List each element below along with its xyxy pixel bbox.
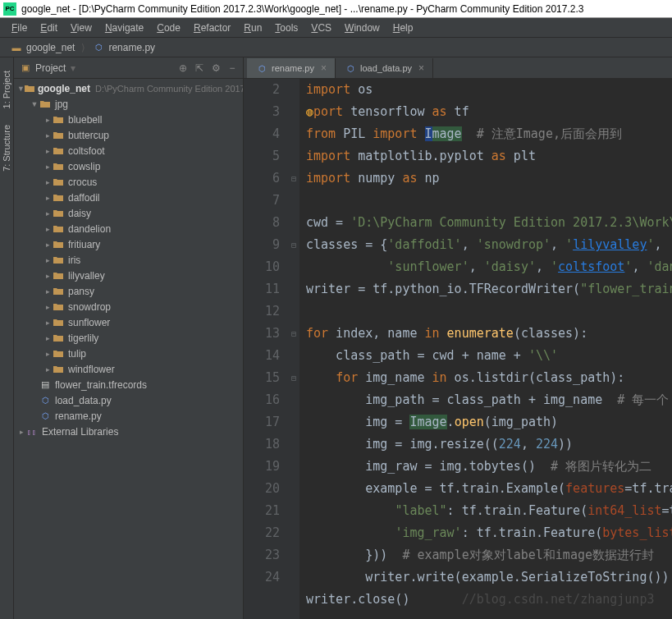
close-tab-icon[interactable]: ×: [418, 62, 424, 74]
menu-window[interactable]: Window: [338, 19, 386, 37]
breadcrumb-rename.py[interactable]: ⬡rename.py: [87, 40, 160, 55]
fold-toggle: [288, 500, 299, 522]
fold-toggle[interactable]: ⊟: [288, 234, 299, 256]
tree-arrow-icon[interactable]: ▼: [17, 85, 25, 93]
external-libraries[interactable]: ▸⫾⫾External Libraries: [14, 424, 243, 439]
menu-file[interactable]: File: [5, 19, 34, 37]
folder-icon: [52, 272, 65, 280]
folder-pansy[interactable]: ▸pansy: [14, 283, 243, 299]
tree-arrow-icon[interactable]: ▸: [43, 178, 52, 186]
tree-arrow-icon[interactable]: ▸: [43, 163, 52, 171]
tree-arrow-icon[interactable]: ▸: [43, 147, 52, 155]
menu-navigate[interactable]: Navigate: [98, 19, 150, 37]
fold-toggle[interactable]: ⊟: [288, 167, 299, 190]
rail-tab-project[interactable]: 1: Project: [0, 62, 13, 117]
folder-tulip[interactable]: ▸tulip: [14, 346, 243, 361]
tree-arrow-icon[interactable]: ▸: [43, 209, 52, 218]
tree-arrow-icon[interactable]: ▸: [43, 303, 52, 311]
folder-lilyvalley[interactable]: ▸lilyvalley: [14, 268, 243, 283]
collapse-icon[interactable]: ⇱: [194, 62, 205, 74]
folder-jpg[interactable]: ▼jpg: [14, 96, 243, 112]
menu-bar: FileEditViewNavigateCodeRefactorRunTools…: [0, 18, 672, 38]
folder-buttercup[interactable]: ▸buttercup: [14, 127, 243, 143]
tree-item-label: rename.py: [55, 410, 102, 422]
file-icon: ▤: [39, 379, 52, 390]
folder-windflower[interactable]: ▸windflower: [14, 361, 243, 377]
rail-tab-structure[interactable]: 7: Structure: [0, 117, 13, 180]
tree-arrow-icon[interactable]: ▸: [43, 287, 52, 296]
tree-arrow-icon[interactable]: ▸: [43, 319, 52, 327]
tree-arrow-icon[interactable]: ▸: [43, 350, 52, 358]
file-rename.py[interactable]: ⬡rename.py: [14, 408, 243, 424]
fold-toggle: [288, 101, 299, 123]
folder-crocus[interactable]: ▸crocus: [14, 174, 243, 190]
tree-item-label: coltsfoot: [68, 145, 105, 157]
tree-item-label: daffodil: [68, 192, 99, 204]
menu-edit[interactable]: Edit: [34, 19, 64, 37]
tree-arrow-icon[interactable]: ▸: [43, 256, 52, 264]
tree-item-label: snowdrop: [68, 301, 111, 313]
tree-arrow-icon[interactable]: ▼: [30, 100, 39, 108]
tree-arrow-icon[interactable]: ▸: [43, 225, 52, 233]
project-tool-window: ▣ Project ▾ ⊕⇱⚙− ▼google_netD:\PyCharm C…: [14, 57, 244, 619]
menu-run[interactable]: Run: [237, 19, 268, 37]
menu-tools[interactable]: Tools: [268, 19, 304, 37]
folder-icon: [52, 194, 65, 202]
tree-arrow-icon[interactable]: ▸: [43, 131, 52, 140]
folder-bluebell[interactable]: ▸bluebell: [14, 112, 243, 127]
python-file-icon: ⬡: [344, 64, 357, 73]
folder-fritiuary[interactable]: ▸fritiuary: [14, 236, 243, 252]
tree-item-label: jpg: [55, 99, 68, 110]
tree-item-label: pansy: [68, 286, 94, 297]
folder-daisy[interactable]: ▸daisy: [14, 205, 243, 221]
folder-tigerlily[interactable]: ▸tigerlily: [14, 330, 243, 346]
fold-toggle: [288, 433, 299, 456]
tree-arrow-icon[interactable]: ▸: [17, 428, 25, 436]
fold-toggle: [288, 190, 299, 212]
folder-daffodil[interactable]: ▸daffodil: [14, 190, 243, 205]
tree-arrow-icon[interactable]: ▸: [43, 272, 52, 280]
project-pane-tools: ⊕⇱⚙−: [177, 62, 238, 74]
folder-icon: [39, 100, 52, 108]
menu-refactor[interactable]: Refactor: [187, 19, 237, 37]
editor-tab-load_data.py[interactable]: ⬡load_data.py×: [336, 58, 433, 78]
close-tab-icon[interactable]: ×: [321, 62, 327, 74]
fold-toggle[interactable]: ⊟: [288, 367, 299, 389]
project-pane-title[interactable]: Project: [35, 62, 66, 74]
folder-icon: [52, 209, 65, 218]
project-root[interactable]: ▼google_netD:\PyCharm Community Edition …: [14, 80, 243, 96]
tree-arrow-icon[interactable]: ▸: [43, 241, 52, 249]
folder-cowslip[interactable]: ▸cowslip: [14, 158, 243, 174]
code-editor[interactable]: 23456789101112131415161718192021222324 ⊟…: [244, 79, 672, 619]
menu-vcs[interactable]: VCS: [304, 19, 338, 37]
menu-code[interactable]: Code: [150, 19, 187, 37]
fold-gutter[interactable]: ⊟⊟⊟⊟: [288, 79, 299, 619]
file-load_data.py[interactable]: ⬡load_data.py: [14, 392, 243, 408]
gear-icon[interactable]: ⚙: [210, 62, 222, 74]
tree-arrow-icon[interactable]: ▸: [43, 365, 52, 374]
fold-toggle[interactable]: ⊟: [288, 323, 299, 345]
menu-view[interactable]: View: [64, 19, 98, 37]
target-icon[interactable]: ⊕: [177, 62, 189, 74]
file-flower_train.tfrecords[interactable]: ▤flower_train.tfrecords: [14, 377, 243, 392]
folder-snowdrop[interactable]: ▸snowdrop: [14, 299, 243, 314]
dropdown-icon[interactable]: ▾: [71, 62, 75, 74]
tree-item-label: flower_train.tfrecords: [55, 379, 147, 391]
breadcrumb-google_net[interactable]: ▬google_net: [5, 40, 80, 55]
fold-toggle: [288, 544, 299, 566]
code-content[interactable]: import os◍port tensorflow as tffrom PIL …: [299, 79, 672, 619]
folder-icon: [52, 241, 65, 249]
tree-arrow-icon[interactable]: ▸: [43, 334, 52, 342]
menu-help[interactable]: Help: [386, 19, 420, 37]
tree-arrow-icon[interactable]: ▸: [43, 194, 52, 202]
editor-tab-rename.py[interactable]: ⬡rename.py×: [247, 58, 336, 78]
fold-toggle: [288, 212, 299, 234]
tree-arrow-icon[interactable]: ▸: [43, 116, 52, 124]
folder-sunflower[interactable]: ▸sunflower: [14, 314, 243, 330]
folder-dandelion[interactable]: ▸dandelion: [14, 221, 243, 236]
folder-icon: [52, 147, 65, 155]
project-tree[interactable]: ▼google_netD:\PyCharm Community Edition …: [14, 79, 243, 619]
folder-iris[interactable]: ▸iris: [14, 252, 243, 268]
hide-icon[interactable]: −: [226, 62, 238, 74]
folder-coltsfoot[interactable]: ▸coltsfoot: [14, 143, 243, 158]
